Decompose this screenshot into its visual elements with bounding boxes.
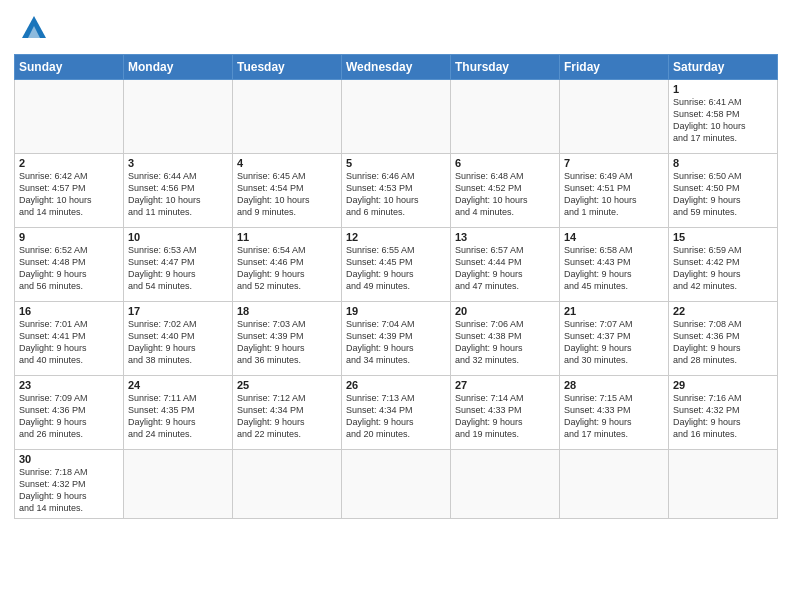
day-info: Sunrise: 7:06 AM Sunset: 4:38 PM Dayligh… bbox=[455, 318, 555, 367]
day-info: Sunrise: 6:49 AM Sunset: 4:51 PM Dayligh… bbox=[564, 170, 664, 219]
day-number: 5 bbox=[346, 157, 446, 169]
calendar-week-5: 23Sunrise: 7:09 AM Sunset: 4:36 PM Dayli… bbox=[15, 376, 778, 450]
calendar-day-10: 10Sunrise: 6:53 AM Sunset: 4:47 PM Dayli… bbox=[124, 228, 233, 302]
day-info: Sunrise: 7:04 AM Sunset: 4:39 PM Dayligh… bbox=[346, 318, 446, 367]
day-number: 29 bbox=[673, 379, 773, 391]
weekday-saturday: Saturday bbox=[669, 55, 778, 80]
day-number: 25 bbox=[237, 379, 337, 391]
calendar-day-24: 24Sunrise: 7:11 AM Sunset: 4:35 PM Dayli… bbox=[124, 376, 233, 450]
calendar-day-27: 27Sunrise: 7:14 AM Sunset: 4:33 PM Dayli… bbox=[451, 376, 560, 450]
day-info: Sunrise: 7:12 AM Sunset: 4:34 PM Dayligh… bbox=[237, 392, 337, 441]
day-number: 14 bbox=[564, 231, 664, 243]
calendar-body: 1Sunrise: 6:41 AM Sunset: 4:58 PM Daylig… bbox=[15, 80, 778, 519]
day-number: 6 bbox=[455, 157, 555, 169]
calendar-day-29: 29Sunrise: 7:16 AM Sunset: 4:32 PM Dayli… bbox=[669, 376, 778, 450]
day-info: Sunrise: 7:16 AM Sunset: 4:32 PM Dayligh… bbox=[673, 392, 773, 441]
day-info: Sunrise: 6:46 AM Sunset: 4:53 PM Dayligh… bbox=[346, 170, 446, 219]
day-info: Sunrise: 7:13 AM Sunset: 4:34 PM Dayligh… bbox=[346, 392, 446, 441]
day-info: Sunrise: 6:57 AM Sunset: 4:44 PM Dayligh… bbox=[455, 244, 555, 293]
day-info: Sunrise: 6:44 AM Sunset: 4:56 PM Dayligh… bbox=[128, 170, 228, 219]
calendar-day-18: 18Sunrise: 7:03 AM Sunset: 4:39 PM Dayli… bbox=[233, 302, 342, 376]
calendar-table: SundayMondayTuesdayWednesdayThursdayFrid… bbox=[14, 54, 778, 519]
weekday-friday: Friday bbox=[560, 55, 669, 80]
logo-icon bbox=[18, 10, 50, 42]
calendar-day-empty bbox=[124, 80, 233, 154]
day-number: 17 bbox=[128, 305, 228, 317]
calendar-day-15: 15Sunrise: 6:59 AM Sunset: 4:42 PM Dayli… bbox=[669, 228, 778, 302]
calendar-day-17: 17Sunrise: 7:02 AM Sunset: 4:40 PM Dayli… bbox=[124, 302, 233, 376]
weekday-tuesday: Tuesday bbox=[233, 55, 342, 80]
calendar-day-13: 13Sunrise: 6:57 AM Sunset: 4:44 PM Dayli… bbox=[451, 228, 560, 302]
day-number: 16 bbox=[19, 305, 119, 317]
calendar-day-1: 1Sunrise: 6:41 AM Sunset: 4:58 PM Daylig… bbox=[669, 80, 778, 154]
calendar-day-empty bbox=[560, 80, 669, 154]
calendar-day-23: 23Sunrise: 7:09 AM Sunset: 4:36 PM Dayli… bbox=[15, 376, 124, 450]
calendar-week-6: 30Sunrise: 7:18 AM Sunset: 4:32 PM Dayli… bbox=[15, 450, 778, 519]
calendar-day-empty bbox=[451, 450, 560, 519]
day-info: Sunrise: 7:14 AM Sunset: 4:33 PM Dayligh… bbox=[455, 392, 555, 441]
day-info: Sunrise: 7:18 AM Sunset: 4:32 PM Dayligh… bbox=[19, 466, 119, 515]
calendar-day-empty bbox=[342, 450, 451, 519]
day-info: Sunrise: 7:09 AM Sunset: 4:36 PM Dayligh… bbox=[19, 392, 119, 441]
weekday-monday: Monday bbox=[124, 55, 233, 80]
day-info: Sunrise: 7:01 AM Sunset: 4:41 PM Dayligh… bbox=[19, 318, 119, 367]
day-number: 12 bbox=[346, 231, 446, 243]
calendar-day-empty bbox=[669, 450, 778, 519]
calendar-day-26: 26Sunrise: 7:13 AM Sunset: 4:34 PM Dayli… bbox=[342, 376, 451, 450]
calendar-day-4: 4Sunrise: 6:45 AM Sunset: 4:54 PM Daylig… bbox=[233, 154, 342, 228]
calendar-day-empty bbox=[342, 80, 451, 154]
day-number: 13 bbox=[455, 231, 555, 243]
calendar-day-30: 30Sunrise: 7:18 AM Sunset: 4:32 PM Dayli… bbox=[15, 450, 124, 519]
calendar-day-11: 11Sunrise: 6:54 AM Sunset: 4:46 PM Dayli… bbox=[233, 228, 342, 302]
day-info: Sunrise: 7:02 AM Sunset: 4:40 PM Dayligh… bbox=[128, 318, 228, 367]
calendar-day-25: 25Sunrise: 7:12 AM Sunset: 4:34 PM Dayli… bbox=[233, 376, 342, 450]
day-number: 4 bbox=[237, 157, 337, 169]
day-info: Sunrise: 6:41 AM Sunset: 4:58 PM Dayligh… bbox=[673, 96, 773, 145]
day-number: 28 bbox=[564, 379, 664, 391]
day-number: 30 bbox=[19, 453, 119, 465]
day-number: 26 bbox=[346, 379, 446, 391]
weekday-header-row: SundayMondayTuesdayWednesdayThursdayFrid… bbox=[15, 55, 778, 80]
calendar-day-22: 22Sunrise: 7:08 AM Sunset: 4:36 PM Dayli… bbox=[669, 302, 778, 376]
day-info: Sunrise: 6:54 AM Sunset: 4:46 PM Dayligh… bbox=[237, 244, 337, 293]
calendar-day-20: 20Sunrise: 7:06 AM Sunset: 4:38 PM Dayli… bbox=[451, 302, 560, 376]
day-number: 2 bbox=[19, 157, 119, 169]
weekday-wednesday: Wednesday bbox=[342, 55, 451, 80]
day-info: Sunrise: 7:08 AM Sunset: 4:36 PM Dayligh… bbox=[673, 318, 773, 367]
day-info: Sunrise: 7:11 AM Sunset: 4:35 PM Dayligh… bbox=[128, 392, 228, 441]
day-info: Sunrise: 6:48 AM Sunset: 4:52 PM Dayligh… bbox=[455, 170, 555, 219]
calendar-day-9: 9Sunrise: 6:52 AM Sunset: 4:48 PM Daylig… bbox=[15, 228, 124, 302]
calendar-day-19: 19Sunrise: 7:04 AM Sunset: 4:39 PM Dayli… bbox=[342, 302, 451, 376]
calendar-day-21: 21Sunrise: 7:07 AM Sunset: 4:37 PM Dayli… bbox=[560, 302, 669, 376]
calendar-week-2: 2Sunrise: 6:42 AM Sunset: 4:57 PM Daylig… bbox=[15, 154, 778, 228]
day-info: Sunrise: 7:15 AM Sunset: 4:33 PM Dayligh… bbox=[564, 392, 664, 441]
weekday-thursday: Thursday bbox=[451, 55, 560, 80]
day-number: 9 bbox=[19, 231, 119, 243]
day-number: 11 bbox=[237, 231, 337, 243]
day-number: 24 bbox=[128, 379, 228, 391]
calendar-day-2: 2Sunrise: 6:42 AM Sunset: 4:57 PM Daylig… bbox=[15, 154, 124, 228]
calendar-day-6: 6Sunrise: 6:48 AM Sunset: 4:52 PM Daylig… bbox=[451, 154, 560, 228]
day-info: Sunrise: 6:45 AM Sunset: 4:54 PM Dayligh… bbox=[237, 170, 337, 219]
calendar-day-14: 14Sunrise: 6:58 AM Sunset: 4:43 PM Dayli… bbox=[560, 228, 669, 302]
day-number: 20 bbox=[455, 305, 555, 317]
calendar-week-1: 1Sunrise: 6:41 AM Sunset: 4:58 PM Daylig… bbox=[15, 80, 778, 154]
day-number: 19 bbox=[346, 305, 446, 317]
day-number: 23 bbox=[19, 379, 119, 391]
day-info: Sunrise: 6:58 AM Sunset: 4:43 PM Dayligh… bbox=[564, 244, 664, 293]
day-number: 7 bbox=[564, 157, 664, 169]
day-number: 22 bbox=[673, 305, 773, 317]
logo bbox=[14, 14, 50, 46]
day-info: Sunrise: 6:50 AM Sunset: 4:50 PM Dayligh… bbox=[673, 170, 773, 219]
day-number: 3 bbox=[128, 157, 228, 169]
page-header bbox=[14, 10, 778, 46]
day-number: 1 bbox=[673, 83, 773, 95]
calendar-day-empty bbox=[124, 450, 233, 519]
day-info: Sunrise: 6:42 AM Sunset: 4:57 PM Dayligh… bbox=[19, 170, 119, 219]
calendar-day-empty bbox=[233, 450, 342, 519]
calendar-day-empty bbox=[233, 80, 342, 154]
calendar-day-3: 3Sunrise: 6:44 AM Sunset: 4:56 PM Daylig… bbox=[124, 154, 233, 228]
day-info: Sunrise: 6:55 AM Sunset: 4:45 PM Dayligh… bbox=[346, 244, 446, 293]
calendar-day-empty bbox=[560, 450, 669, 519]
calendar-week-4: 16Sunrise: 7:01 AM Sunset: 4:41 PM Dayli… bbox=[15, 302, 778, 376]
